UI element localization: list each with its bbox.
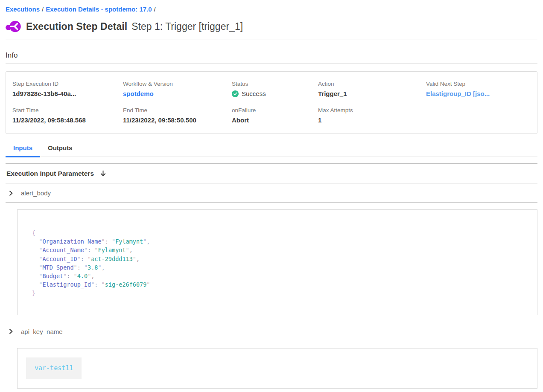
execution-input-parameters-header: Execution Input Parameters <box>6 164 537 183</box>
field-status: Status Success <box>232 81 318 97</box>
param-row-api-key-name[interactable]: api_key_name <box>6 322 537 341</box>
fylamynt-logo-icon <box>6 20 21 33</box>
page-title: Execution Step Detail <box>26 21 127 32</box>
field-end-time: End Time 11/23/2022, 09:58:50.500 <box>123 107 232 124</box>
info-section-heading: Info <box>6 51 537 60</box>
param-name: alert_body <box>21 189 51 197</box>
tab-outputs[interactable]: Outputs <box>40 144 80 157</box>
field-label: Step Execution ID <box>12 81 123 87</box>
field-max-attempts: Max Attempts 1 <box>318 107 426 124</box>
divider <box>6 40 537 40</box>
field-label: onFailure <box>232 107 318 113</box>
info-grid: Step Execution ID 1d97828c-13b6-40a... W… <box>12 81 531 124</box>
field-label: Status <box>232 81 318 87</box>
field-start-time: Start Time 11/23/2022, 09:58:48.568 <box>12 107 123 124</box>
field-workflow-version: Workflow & Version spotdemo <box>123 81 232 97</box>
page-subtitle: Step 1: Trigger [trigger_1] <box>131 21 243 32</box>
field-label: Max Attempts <box>318 107 426 113</box>
breadcrumb-execution-details-link[interactable]: Execution Details - spotdemo: 17.0 <box>46 6 152 13</box>
field-onfailure: onFailure Abort <box>232 107 318 124</box>
field-value: 11/23/2022, 09:58:50.500 <box>123 116 232 124</box>
inputs-outputs-tabs: Inputs Outputs <box>6 144 537 157</box>
info-card: Step Execution ID 1d97828c-13b6-40a... W… <box>6 71 537 134</box>
success-check-icon <box>232 90 239 97</box>
tab-inputs[interactable]: Inputs <box>6 144 40 157</box>
field-value: 1d97828c-13b6-40a... <box>12 90 123 97</box>
status-text: Success <box>242 90 266 97</box>
execution-step-detail-page: Executions/Execution Details - spotdemo:… <box>0 0 543 392</box>
breadcrumb-separator: / <box>152 6 158 13</box>
field-step-execution-id: Step Execution ID 1d97828c-13b6-40a... <box>12 81 123 97</box>
param-name: api_key_name <box>21 328 63 335</box>
download-arrow-icon[interactable] <box>100 170 106 177</box>
field-value: 1 <box>318 116 426 124</box>
json-code-viewer[interactable]: { "Organization_Name": "Fylamynt", "Acco… <box>32 229 523 298</box>
alert-body-content-box: { "Organization_Name": "Fylamynt", "Acco… <box>17 209 537 315</box>
field-valid-next-step: Valid Next Step Elastigroup_ID [jso... <box>426 81 531 97</box>
field-value: Trigger_1 <box>318 90 426 97</box>
chevron-right-icon <box>9 329 14 334</box>
field-empty <box>426 107 531 124</box>
section-title: Execution Input Parameters <box>6 170 94 177</box>
workflow-link[interactable]: spotdemo <box>123 90 232 97</box>
api-key-name-content-box: var-test11 <box>17 348 537 389</box>
divider <box>6 64 537 64</box>
field-value: Abort <box>232 116 318 124</box>
breadcrumb-executions-link[interactable]: Executions <box>6 6 40 13</box>
breadcrumb-separator: / <box>40 6 46 13</box>
page-title-row: Execution Step Detail Step 1: Trigger [t… <box>6 20 537 33</box>
field-label: Workflow & Version <box>123 81 232 87</box>
breadcrumb: Executions/Execution Details - spotdemo:… <box>6 0 537 13</box>
field-label: End Time <box>123 107 232 113</box>
field-action: Action Trigger_1 <box>318 81 426 97</box>
status-badge: Success <box>232 90 318 97</box>
valid-next-step-link[interactable]: Elastigroup_ID [jso... <box>426 90 531 97</box>
chevron-right-icon <box>9 191 14 196</box>
field-label: Start Time <box>12 107 123 113</box>
field-value: 11/23/2022, 09:58:48.568 <box>12 116 123 124</box>
field-label: Valid Next Step <box>426 81 531 87</box>
field-label: Action <box>318 81 426 87</box>
param-row-alert-body[interactable]: alert_body <box>6 183 537 203</box>
api-key-name-value: var-test11 <box>26 357 82 379</box>
